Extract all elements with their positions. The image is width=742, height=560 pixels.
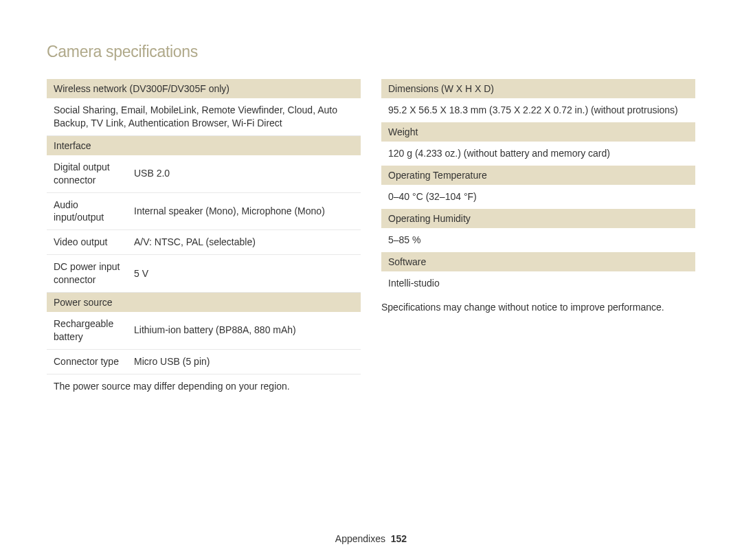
interface-table: Digital output connector USB 2.0 Audio i… — [47, 155, 361, 293]
left-column: Wireless network (DV300F/DV305F only) So… — [47, 79, 361, 399]
page-footer: Appendixes 152 — [0, 533, 742, 544]
spec-value: Lithium-ion battery (BP88A, 880 mAh) — [127, 312, 361, 349]
spec-value: 5 V — [127, 255, 361, 293]
interface-header: Interface — [47, 136, 361, 155]
operating-temperature-header: Operating Temperature — [381, 166, 695, 185]
wireless-network-header: Wireless network (DV300F/DV305F only) — [47, 79, 361, 98]
right-column: Dimensions (W X H X D) 95.2 X 56.5 X 18.… — [381, 79, 695, 399]
dimensions-header: Dimensions (W X H X D) — [381, 79, 695, 98]
spec-label: Connector type — [47, 349, 127, 374]
page-title: Camera specifications — [47, 43, 695, 61]
operating-humidity-value: 5–85 % — [381, 228, 695, 252]
wireless-network-body: Social Sharing, Email, MobileLink, Remot… — [47, 98, 361, 136]
software-value: Intelli-studio — [381, 271, 695, 295]
table-row: The power source may differ depending on… — [47, 374, 361, 398]
spec-label: Rechargeable battery — [47, 312, 127, 349]
weight-header: Weight — [381, 122, 695, 142]
spec-label: Digital output connector — [47, 155, 127, 192]
content-columns: Wireless network (DV300F/DV305F only) So… — [47, 79, 695, 399]
table-row: Connector type Micro USB (5 pin) — [47, 349, 361, 374]
power-source-header: Power source — [47, 293, 361, 312]
table-row: Rechargeable battery Lithium-ion battery… — [47, 312, 361, 349]
power-table: Rechargeable battery Lithium-ion battery… — [47, 312, 361, 399]
table-row: Digital output connector USB 2.0 — [47, 155, 361, 192]
operating-humidity-header: Operating Humidity — [381, 209, 695, 228]
footer-page-number: 152 — [391, 533, 407, 544]
table-row: DC power input connector 5 V — [47, 255, 361, 293]
operating-temperature-value: 0–40 °C (32–104 °F) — [381, 185, 695, 209]
spec-value: Micro USB (5 pin) — [127, 349, 361, 374]
power-note: The power source may differ depending on… — [47, 374, 361, 398]
disclaimer-text: Specifications may change without notice… — [381, 295, 695, 313]
spec-value: USB 2.0 — [127, 155, 361, 192]
table-row: Audio input/output Internal speaker (Mon… — [47, 192, 361, 230]
weight-value: 120 g (4.233 oz.) (without battery and m… — [381, 142, 695, 166]
spec-label: Video output — [47, 230, 127, 255]
spec-value: A/V: NTSC, PAL (selectable) — [127, 230, 361, 255]
spec-label: Audio input/output — [47, 192, 127, 230]
manual-page: Camera specifications Wireless network (… — [0, 0, 742, 560]
spec-label: DC power input connector — [47, 255, 127, 293]
footer-section: Appendixes — [335, 533, 385, 544]
table-row: Video output A/V: NTSC, PAL (selectable) — [47, 230, 361, 255]
dimensions-value: 95.2 X 56.5 X 18.3 mm (3.75 X 2.22 X 0.7… — [381, 98, 695, 122]
spec-value: Internal speaker (Mono), Microphone (Mon… — [127, 192, 361, 230]
software-header: Software — [381, 252, 695, 271]
